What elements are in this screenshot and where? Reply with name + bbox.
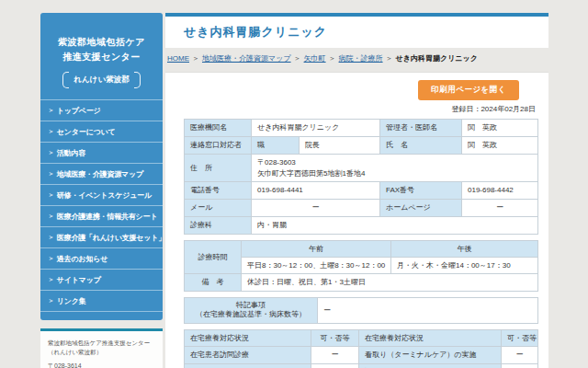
manager-label: 管理者・医師名 bbox=[380, 120, 462, 137]
terminal-care-value: ー bbox=[502, 347, 538, 363]
special-notes-label-line2: （在宅療養施設基準・病床数等） bbox=[190, 310, 311, 320]
home-care-header-left: 在宅療養対応状況 bbox=[185, 330, 311, 347]
registered-date: 登録日：2024年02月28日 bbox=[184, 104, 536, 114]
sidebar-item-label: 医療介護連携・情報共有シート bbox=[57, 212, 158, 222]
sidebar-item-top-page[interactable]: ＞トップページ bbox=[40, 100, 163, 121]
sidebar-header: 紫波郡地域包括ケア 推進支援センター れんけい紫波郡 bbox=[40, 13, 163, 99]
home-visit-care-label: 在宅患者訪問診療 bbox=[185, 347, 311, 363]
footer-postal-code: 〒028-3614 bbox=[48, 362, 155, 368]
fax-label: FAX番号 bbox=[380, 182, 462, 200]
table-row: 備 考 休診日：日曜、祝日、第1・3土曜日 bbox=[185, 274, 538, 291]
name-label: 氏 名 bbox=[380, 137, 462, 155]
center-name: 紫波郡地域包括ケア 推進支援センター bbox=[46, 35, 157, 63]
fax-value: 019-698-4442 bbox=[462, 182, 538, 200]
sidebar-item-label: 活動内容 bbox=[57, 148, 85, 158]
table-row: 医療機関名 せき内科胃腸クリニック 管理者・医師名 関 英政 bbox=[185, 120, 538, 137]
home-visit-care-value: ー bbox=[311, 347, 359, 363]
sidebar-item-label: トップページ bbox=[57, 106, 101, 116]
chevron-right-icon: ＞ bbox=[48, 296, 54, 305]
sidebar-item-resource-map[interactable]: ＞地域医療・介護資源マップ bbox=[40, 164, 163, 185]
sidebar-item-label: 医療介護「れんけい支援セット」 bbox=[57, 233, 163, 243]
table-row: かかりつけ患者往診 ー 退院前カンファレンスへの参加 △ bbox=[185, 363, 538, 368]
website-label: ホームページ bbox=[380, 200, 462, 217]
breadcrumb-link-resource-map[interactable]: 地域医療・介護資源マップ bbox=[202, 54, 291, 63]
sidebar-item-info-sharing-sheet[interactable]: ＞医療介護連携・情報共有シート bbox=[40, 206, 163, 227]
am-hours-value: 平日8：30～12：00、土曜8：30～12：00 bbox=[242, 258, 391, 274]
manager-value: 関 英政 bbox=[462, 120, 538, 137]
chevron-right-icon: ＞ bbox=[48, 127, 54, 136]
availability-header-left: 可・否等 bbox=[311, 330, 359, 347]
tel-value: 019-698-4441 bbox=[252, 182, 380, 200]
page-title: せき内科胃腸クリニック bbox=[184, 24, 327, 40]
table-row: 診療時間 午前 午後 bbox=[185, 241, 538, 258]
home-care-header-right: 在宅療養対応状況 bbox=[359, 330, 502, 347]
sidebar-item-label: 地域医療・介護資源マップ bbox=[57, 169, 143, 179]
note-value: 休診日：日曜、祝日、第1・3土曜日 bbox=[242, 274, 538, 291]
breadcrumb-link-yahaba[interactable]: 矢巾町 bbox=[304, 54, 326, 63]
sidebar-item-sitemap[interactable]: ＞サイトマップ bbox=[40, 270, 163, 291]
breadcrumb-link-hospitals[interactable]: 病院・診療所 bbox=[339, 54, 383, 63]
print-page-button[interactable]: 印刷用ページを開く bbox=[418, 80, 519, 100]
sidebar-item-label: センターについて bbox=[57, 127, 116, 137]
page-title-box: せき内科胃腸クリニック bbox=[165, 13, 548, 48]
breadcrumb-separator: ＞ bbox=[192, 54, 199, 63]
address-label: 住 所 bbox=[185, 155, 252, 182]
footer-renkei: （れんけい紫波郡） bbox=[48, 349, 155, 357]
department-label: 診療科 bbox=[185, 217, 252, 235]
pm-header: 午後 bbox=[391, 241, 538, 258]
center-name-line1: 紫波郡地域包括ケア bbox=[46, 35, 157, 50]
breadcrumb-current: せき内科胃腸クリニック bbox=[396, 54, 478, 63]
hours-table: 診療時間 午前 午後 平日8：30～12：00、土曜8：30～12：00 月・火… bbox=[184, 240, 538, 292]
chevron-right-icon: ＞ bbox=[48, 169, 54, 178]
chevron-right-icon: ＞ bbox=[48, 275, 54, 284]
chevron-right-icon: ＞ bbox=[48, 233, 54, 242]
clinic-info-table: 医療機関名 せき内科胃腸クリニック 管理者・医師名 関 英政 連絡窓口対応者 職… bbox=[184, 119, 538, 235]
website-value: ー bbox=[462, 200, 538, 217]
name-value: 関 英政 bbox=[462, 137, 538, 155]
department-value: 内・胃腸 bbox=[252, 217, 538, 235]
hours-label: 診療時間 bbox=[185, 241, 242, 274]
discharge-conference-value: △ bbox=[502, 363, 538, 368]
table-row: 連絡窓口対応者 職 院長 氏 名 関 英政 bbox=[185, 137, 538, 155]
org-name-label: 医療機関名 bbox=[185, 120, 252, 137]
special-notes-value: ー bbox=[318, 297, 538, 324]
sidebar-item-renkei-support-set[interactable]: ＞医療介護「れんけい支援セット」 bbox=[40, 227, 163, 248]
sidebar-footer-card: 紫波郡地域包括ケア推進支援センター （れんけい紫波郡） 〒028-3614 bbox=[40, 328, 163, 368]
table-row: 住 所 〒028-3603 矢巾町大字西徳田第5地割1番地4 bbox=[185, 155, 538, 182]
sidebar-item-label: 研修・イベントスケジュール bbox=[57, 190, 152, 201]
sidebar-item-label: 過去のお知らせ bbox=[57, 254, 107, 264]
sidebar-item-links[interactable]: ＞リンク集 bbox=[40, 291, 163, 312]
am-header: 午前 bbox=[242, 241, 391, 258]
sidebar: 紫波郡地域包括ケア 推進支援センター れんけい紫波郡 ＞トップページ ＞センター… bbox=[40, 13, 163, 320]
main-content-panel: 印刷用ページを開く 登録日：2024年02月28日 医療機関名 せき内科胃腸クリ… bbox=[165, 72, 548, 368]
sidebar-item-past-news[interactable]: ＞過去のお知らせ bbox=[40, 248, 163, 270]
breadcrumb: HOME＞地域医療・介護資源マップ＞矢巾町＞病院・診療所＞せき内科胃腸クリニック bbox=[167, 53, 562, 63]
mail-label: メール bbox=[185, 200, 252, 217]
contact-label: 連絡窓口対応者 bbox=[185, 137, 252, 155]
table-row: 電話番号 019-698-4441 FAX番号 019-698-4442 bbox=[185, 182, 538, 200]
chevron-right-icon: ＞ bbox=[48, 212, 54, 221]
breadcrumb-link-home[interactable]: HOME bbox=[167, 54, 189, 63]
sidebar-item-activities[interactable]: ＞活動内容 bbox=[40, 143, 163, 164]
sidebar-nav: ＞トップページ ＞センターについて ＞活動内容 ＞地域医療・介護資源マップ ＞研… bbox=[40, 99, 163, 312]
discharge-conference-label: 退院前カンファレンスへの参加 bbox=[359, 363, 502, 368]
note-label: 備 考 bbox=[185, 274, 242, 291]
center-name-line2: 推進支援センター bbox=[46, 50, 157, 64]
special-notes-label-line1: 特記事項 bbox=[190, 301, 311, 311]
home-care-table: 在宅療養対応状況 可・否等 在宅療養対応状況 可・否等 在宅患者訪問診療 ー 看… bbox=[184, 329, 538, 368]
special-notes-label: 特記事項 （在宅療養施設基準・病床数等） bbox=[185, 297, 318, 324]
sidebar-item-event-schedule[interactable]: ＞研修・イベントスケジュール bbox=[40, 185, 163, 206]
address-postal: 〒028-3603 bbox=[257, 157, 532, 167]
family-doctor-visit-label: かかりつけ患者往診 bbox=[185, 363, 311, 368]
sidebar-item-about-center[interactable]: ＞センターについて bbox=[40, 121, 163, 143]
pm-hours-value: 月・火・木・金曜14：00～17：30 bbox=[391, 258, 538, 274]
table-row: 診療科 内・胃腸 bbox=[185, 217, 538, 235]
chevron-right-icon: ＞ bbox=[48, 190, 54, 200]
address-value: 〒028-3603 矢巾町大字西徳田第5地割1番地4 bbox=[252, 155, 538, 182]
sidebar-item-label: サイトマップ bbox=[57, 275, 101, 285]
chevron-right-icon: ＞ bbox=[48, 106, 54, 115]
role-value: 院長 bbox=[300, 137, 380, 155]
terminal-care-label: 看取り（ターミナルケア）の実施 bbox=[359, 347, 502, 363]
renkei-badge: れんけい紫波郡 bbox=[62, 72, 140, 88]
footer-center-name: 紫波郡地域包括ケア推進支援センター bbox=[48, 339, 155, 348]
